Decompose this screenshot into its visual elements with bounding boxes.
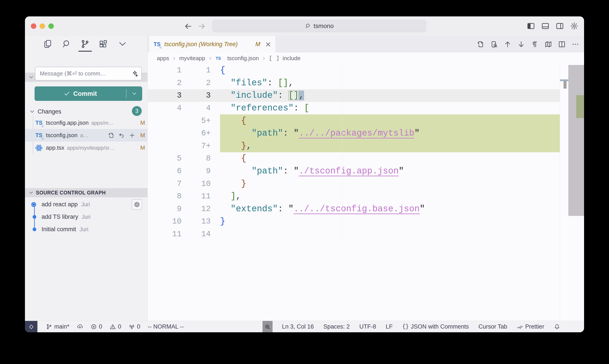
tab-tsconfig-working-tree[interactable]: TS tsconfig.json (Working Tree) M: [149, 36, 276, 52]
chevron-down-icon: [29, 109, 35, 114]
commit-button[interactable]: Commit: [35, 86, 142, 101]
previous-change-icon[interactable]: [504, 40, 511, 48]
target-icon: [134, 201, 140, 208]
code-line[interactable]: 11{: [148, 64, 560, 77]
discard-changes-icon[interactable]: [118, 132, 125, 139]
more-views-chevron-icon[interactable]: [118, 39, 127, 49]
status-item[interactable]: -- NORMAL --: [148, 323, 184, 330]
status-item[interactable]: Spaces: 2: [324, 323, 350, 330]
changes-label: Changes: [38, 108, 61, 115]
zoom-indicator[interactable]: [262, 321, 272, 332]
toggle-primary-sidebar-icon[interactable]: [527, 22, 535, 30]
code-line[interactable]: 710 }: [148, 177, 560, 190]
code-text: ],: [220, 190, 560, 203]
source-control-icon[interactable]: [80, 39, 90, 49]
code-line[interactable]: 22 "files": [],: [148, 77, 560, 90]
settings-gear-icon[interactable]: [570, 22, 578, 30]
change-row[interactable]: TStsconfig.app.jsonapps/m…M: [25, 117, 148, 129]
commit-row[interactable]: add TS libraryJuri: [25, 211, 148, 223]
goto-head-button[interactable]: [132, 199, 142, 210]
chevron-down-icon: [28, 190, 34, 195]
original-line-number: 7: [148, 179, 181, 188]
sparkle-ai-icon[interactable]: [131, 70, 138, 78]
search-view-icon[interactable]: [62, 39, 71, 49]
status-item[interactable]: [77, 324, 83, 330]
review-search-icon[interactable]: [490, 40, 498, 48]
search-value: tsmono: [314, 23, 334, 29]
code-line[interactable]: 1013}: [148, 215, 560, 228]
commit-author: Juri: [82, 214, 91, 220]
command-center-search[interactable]: tsmono: [212, 20, 426, 32]
code-line-added[interactable]: 5+ {: [148, 114, 560, 127]
remote-indicator-button[interactable]: [25, 321, 38, 332]
change-row[interactable]: TStsconfig.jsona…M: [25, 129, 148, 142]
code-line[interactable]: 912 "extends": "../../tsconfig.base.json…: [148, 203, 560, 215]
status-item[interactable]: {}JSON with Comments: [402, 323, 469, 330]
commit-message-input[interactable]: [35, 70, 131, 77]
commit-row[interactable]: add react appJuri: [25, 198, 148, 211]
code-line[interactable]: 58 {: [148, 152, 560, 165]
toggle-panel-icon[interactable]: [541, 22, 549, 30]
stage-change-icon[interactable]: [129, 132, 135, 139]
status-bar: main*000-- NORMAL -- Ln 3, Col 16Spaces:…: [25, 321, 584, 332]
close-window-button[interactable]: [31, 23, 36, 29]
breadcrumb-item[interactable]: include: [283, 55, 300, 62]
status-item[interactable]: Ln 3, Col 16: [282, 323, 314, 330]
toggle-secondary-sidebar-icon[interactable]: [556, 22, 564, 30]
source-control-graph-header[interactable]: SOURCE CONTROL GRAPH: [25, 188, 148, 197]
code-text: "references": [: [220, 102, 560, 115]
code-line-added[interactable]: 7+ },: [148, 140, 560, 153]
status-item[interactable]: Cursor Tab: [479, 323, 507, 330]
change-row[interactable]: app.tsxapps/myviteapp/sr…M: [25, 142, 148, 154]
breadcrumb-item[interactable]: tsconfig.json: [227, 55, 259, 62]
more-actions-icon[interactable]: [571, 40, 579, 48]
code-line[interactable]: 811 ],: [148, 190, 560, 203]
navigate-forward-icon[interactable]: [197, 22, 206, 30]
maximize-window-button[interactable]: [48, 23, 54, 29]
explorer-icon[interactable]: [43, 39, 52, 49]
changes-header[interactable]: Changes 3: [25, 106, 148, 117]
status-item[interactable]: LF: [386, 323, 393, 330]
code-line[interactable]: 33 "include": [],: [148, 89, 560, 102]
modified-line-number: 2: [181, 78, 211, 88]
commit-dropdown-button[interactable]: [127, 91, 142, 96]
code-editor[interactable]: 11{22 "files": [],33 "include": [],44 "r…: [148, 64, 560, 240]
navigate-back-icon[interactable]: [184, 22, 192, 30]
scrollbar-thumb[interactable]: [568, 65, 584, 216]
modified-line-number: 14: [181, 230, 211, 239]
open-file-icon[interactable]: [108, 132, 114, 139]
overview-ruler: [560, 64, 568, 321]
minimize-window-button[interactable]: [39, 23, 45, 29]
status-item[interactable]: 0: [110, 323, 121, 330]
status-item[interactable]: main*: [46, 323, 69, 330]
breadcrumb-separator-icon: [172, 56, 176, 61]
split-editor-icon[interactable]: [558, 40, 566, 48]
whitespace-pilcrow-icon[interactable]: [531, 40, 539, 48]
chevron-down-icon: [28, 75, 34, 80]
status-item[interactable]: 0: [91, 323, 102, 330]
extensions-icon[interactable]: [98, 39, 108, 49]
breadcrumb-item[interactable]: myviteapp: [179, 55, 205, 62]
typescript-file-icon: TS: [35, 131, 43, 139]
code-line-added[interactable]: 6+ "path": "../../packages/mytslib": [148, 127, 560, 140]
code-line[interactable]: 1114: [148, 228, 560, 241]
commit-author: Juri: [81, 201, 90, 208]
map-outline-icon[interactable]: [544, 40, 552, 48]
code-line[interactable]: 69 "path": "./tsconfig.app.json": [148, 165, 560, 178]
original-line-number: 10: [148, 217, 181, 226]
status-item[interactable]: 0: [129, 323, 140, 330]
commit-row[interactable]: Initial commitJuri: [25, 223, 148, 235]
status-item[interactable]: [554, 324, 560, 330]
commit-message: add react app: [41, 201, 78, 208]
status-item[interactable]: UTF-8: [359, 323, 376, 330]
sidebar: SOURCE CONTROL Commit Changes 3 TStsconf…: [25, 36, 148, 321]
close-tab-icon[interactable]: [265, 41, 272, 48]
code-text: "extends": "../../tsconfig.base.json": [220, 203, 560, 215]
breadcrumb-item[interactable]: apps: [157, 55, 169, 62]
commit-message-box: [35, 67, 142, 80]
branch-icon: [46, 324, 52, 330]
status-item[interactable]: Prettier: [517, 323, 544, 330]
open-changes-icon[interactable]: [477, 40, 484, 48]
code-line[interactable]: 44 "references": [: [148, 102, 560, 115]
next-change-icon[interactable]: [517, 40, 525, 48]
